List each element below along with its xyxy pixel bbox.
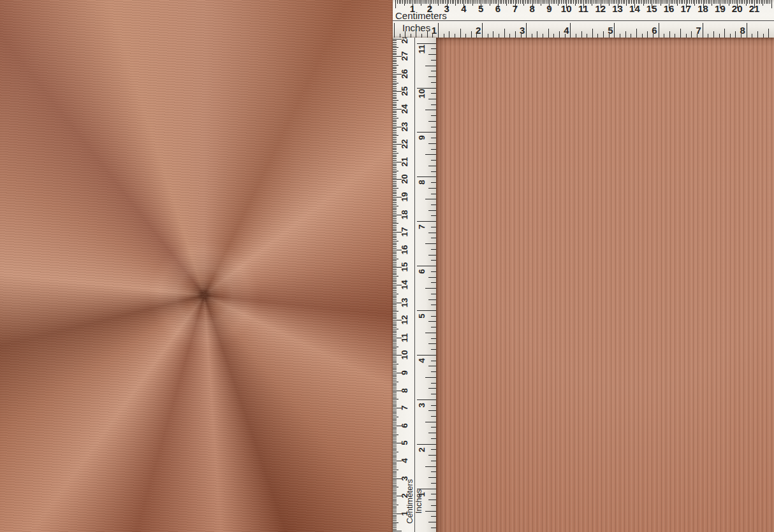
cm-tick [759, 0, 760, 4]
cm-tick [418, 0, 418, 4]
cm-tick [402, 0, 403, 4]
cm-tick [544, 0, 544, 4]
cm-tick [393, 348, 397, 349]
inch-tick [428, 76, 436, 77]
inch-tick [428, 388, 436, 389]
cm-number: 25 [400, 84, 409, 98]
inch-number: 8 [736, 25, 750, 35]
cm-tick [393, 401, 397, 401]
inch-tick [509, 34, 510, 38]
cm-tick [393, 83, 398, 83]
inch-tick [719, 34, 720, 38]
inch-number: 5 [603, 25, 617, 35]
inch-tick [587, 34, 587, 38]
inch-number: 6 [648, 25, 662, 35]
inch-tick [431, 171, 436, 172]
cm-number: 4 [400, 454, 409, 468]
fabric-flat [436, 38, 774, 532]
cm-tick [393, 93, 397, 94]
cm-tick [393, 88, 397, 89]
cm-tick [393, 498, 397, 498]
cm-number: 21 [747, 4, 761, 13]
inch-tick [425, 422, 436, 422]
inch-tick [417, 489, 436, 489]
cm-tick [397, 0, 398, 4]
cm-tick [393, 308, 397, 308]
inch-tick [428, 477, 436, 478]
inch-tick [431, 149, 436, 150]
cm-tick [393, 450, 397, 450]
cm-tick [450, 0, 451, 4]
cm-tick [393, 90, 397, 90]
cm-tick [393, 329, 398, 329]
cm-number: 9 [400, 366, 409, 380]
cm-tick [393, 77, 397, 78]
cm-tick [393, 202, 397, 203]
inch-tick [757, 31, 758, 38]
cm-tick [393, 507, 397, 507]
inch-tick [431, 449, 436, 450]
cm-tick [393, 475, 397, 475]
cm-tick [393, 531, 402, 531]
cm-tick [662, 0, 662, 4]
cm-tick [393, 274, 397, 275]
cm-tick [592, 0, 592, 6]
cm-tick [730, 0, 731, 4]
cm-tick [423, 0, 423, 4]
horizontal-ruler-divider [393, 20, 774, 21]
cm-tick [393, 165, 397, 166]
inch-tick [636, 29, 637, 38]
cm-tick [746, 0, 747, 6]
cm-number: 5 [400, 436, 409, 450]
inch-tick [425, 377, 436, 378]
inch-tick [553, 34, 554, 38]
cm-tick [576, 0, 577, 4]
inch-tick [763, 34, 764, 38]
cm-tick [393, 178, 397, 178]
cm-tick [393, 442, 397, 442]
cm-tick [393, 419, 397, 419]
cm-tick [553, 0, 553, 4]
cm-tick [393, 473, 397, 473]
cm-tick [393, 489, 397, 489]
inch-tick [431, 138, 436, 138]
inch-tick [428, 299, 436, 300]
inch-tick [515, 31, 516, 38]
cm-number: 10 [559, 4, 573, 13]
inch-tick [417, 399, 436, 400]
cm-tick [393, 146, 397, 147]
cm-number: 21 [400, 155, 409, 169]
cm-tick [393, 384, 397, 384]
cm-tick [575, 0, 576, 6]
cm-tick [523, 0, 524, 6]
cm-tick [393, 169, 397, 169]
cm-tick [744, 0, 745, 4]
cm-tick [729, 0, 729, 6]
inch-tick [431, 205, 436, 205]
cm-tick [393, 341, 397, 341]
inch-number: 7 [418, 220, 427, 234]
cm-tick [393, 438, 397, 438]
inch-number: 4 [559, 25, 573, 35]
inch-tick [428, 121, 436, 122]
inch-tick [425, 243, 436, 244]
cm-tick [393, 172, 397, 173]
cm-tick [393, 185, 397, 185]
cm-tick [393, 118, 398, 119]
cm-tick [393, 283, 397, 284]
inch-tick [603, 31, 604, 38]
vertical-ruler: 1234567891011121314151617181920212223242… [393, 38, 436, 532]
inch-tick [431, 238, 436, 238]
cm-tick [393, 128, 397, 129]
inch-tick [417, 221, 436, 222]
cm-tick [455, 0, 456, 6]
cm-tick [393, 412, 397, 412]
cm-tick [522, 0, 523, 4]
inch-tick [708, 34, 708, 38]
cm-tick [393, 44, 397, 45]
cm-tick [393, 98, 397, 99]
cm-number: 11 [576, 4, 590, 13]
inch-tick [703, 23, 703, 38]
cm-tick [393, 310, 397, 310]
cm-tick [393, 306, 397, 306]
